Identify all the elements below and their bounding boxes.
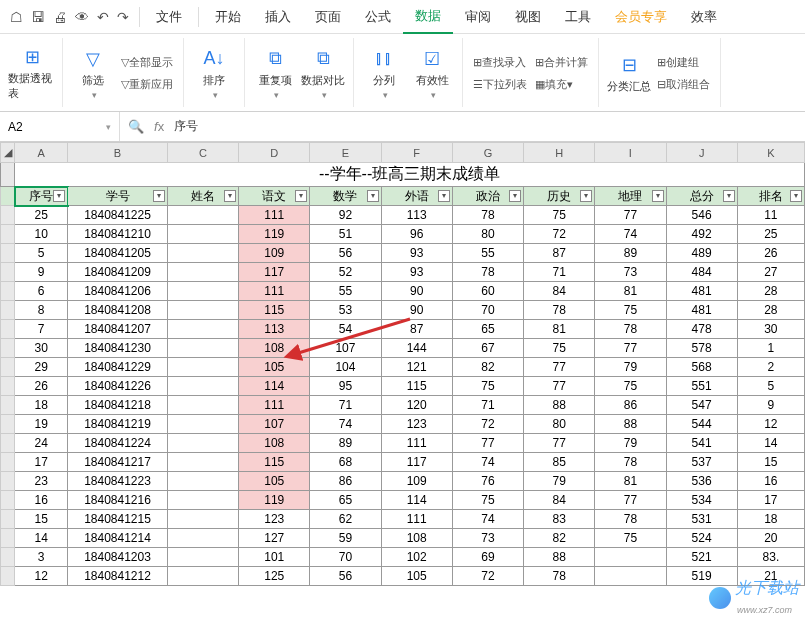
cell[interactable]: 19 [15, 415, 68, 434]
menu-start[interactable]: 开始 [203, 0, 253, 34]
cell[interactable] [167, 244, 238, 263]
cell[interactable]: 119 [239, 225, 310, 244]
cell[interactable]: 108 [381, 529, 452, 548]
cell[interactable]: 74 [595, 225, 666, 244]
cell[interactable]: 492 [666, 225, 737, 244]
cell[interactable]: 75 [595, 529, 666, 548]
filter-icon[interactable]: ▾ [367, 190, 379, 202]
hdr-chinese[interactable]: 语文▾ [239, 187, 310, 206]
cell[interactable]: 88 [595, 415, 666, 434]
cell[interactable]: 1840841203 [68, 548, 168, 567]
cell[interactable] [167, 377, 238, 396]
cell[interactable]: 89 [595, 244, 666, 263]
filter-icon[interactable]: ▾ [438, 190, 450, 202]
cell[interactable]: 96 [381, 225, 452, 244]
cell[interactable]: 1840841230 [68, 339, 168, 358]
cell[interactable]: 478 [666, 320, 737, 339]
cell[interactable]: 29 [15, 358, 68, 377]
home-icon[interactable]: ☖ [10, 9, 23, 25]
cell[interactable]: 18 [737, 510, 804, 529]
cell[interactable]: 80 [524, 415, 595, 434]
cell[interactable]: 65 [310, 491, 381, 510]
cell[interactable]: 113 [381, 206, 452, 225]
cell[interactable]: 27 [737, 263, 804, 282]
cell[interactable]: 1840841224 [68, 434, 168, 453]
menu-efficiency[interactable]: 效率 [679, 0, 729, 34]
cell[interactable]: 12 [15, 567, 68, 586]
cell[interactable]: 59 [310, 529, 381, 548]
cell[interactable]: 86 [310, 472, 381, 491]
formula-input[interactable]: 序号 [174, 118, 198, 135]
fx-icon[interactable]: fx [154, 119, 164, 134]
cell[interactable]: 76 [452, 472, 523, 491]
print-icon[interactable]: 🖨 [53, 9, 67, 25]
cell[interactable]: 54 [310, 320, 381, 339]
cell[interactable] [167, 282, 238, 301]
cell[interactable]: 1840841205 [68, 244, 168, 263]
cell[interactable]: 102 [381, 548, 452, 567]
lookup-button[interactable]: ⊞ 查找录入 [469, 51, 531, 73]
cell[interactable]: 78 [595, 510, 666, 529]
filter-icon[interactable]: ▾ [723, 190, 735, 202]
cell[interactable]: 77 [595, 206, 666, 225]
cell[interactable]: 1840841214 [68, 529, 168, 548]
cell[interactable]: 534 [666, 491, 737, 510]
cell[interactable]: 531 [666, 510, 737, 529]
save-icon[interactable]: 🖫 [31, 9, 45, 25]
cell[interactable]: 521 [666, 548, 737, 567]
search-icon[interactable]: 🔍 [128, 119, 144, 134]
col-A[interactable]: A [15, 143, 68, 163]
cell[interactable]: 80 [452, 225, 523, 244]
cell[interactable]: 111 [239, 282, 310, 301]
cell[interactable]: 1840841219 [68, 415, 168, 434]
create-group-button[interactable]: ⊞ 创建组 [653, 51, 714, 73]
cell[interactable]: 84 [524, 282, 595, 301]
cell[interactable]: 9 [15, 263, 68, 282]
col-G[interactable]: G [452, 143, 523, 163]
hdr-id[interactable]: 学号▾ [68, 187, 168, 206]
cell[interactable]: 481 [666, 282, 737, 301]
filter-icon[interactable]: ▾ [295, 190, 307, 202]
menu-formula[interactable]: 公式 [353, 0, 403, 34]
cell[interactable]: 111 [239, 396, 310, 415]
cell[interactable]: 62 [310, 510, 381, 529]
cell[interactable]: 1840841226 [68, 377, 168, 396]
cell[interactable]: 536 [666, 472, 737, 491]
cell[interactable]: 95 [310, 377, 381, 396]
menu-data[interactable]: 数据 [403, 0, 453, 34]
cell[interactable]: 77 [452, 434, 523, 453]
cell[interactable]: 109 [239, 244, 310, 263]
cell[interactable]: 82 [524, 529, 595, 548]
cell[interactable]: 77 [524, 377, 595, 396]
cell[interactable]: 1840841225 [68, 206, 168, 225]
cell[interactable]: 77 [524, 358, 595, 377]
cell[interactable]: 3 [15, 548, 68, 567]
cell[interactable]: 30 [737, 320, 804, 339]
cell[interactable]: 15 [15, 510, 68, 529]
reapply-button[interactable]: ▽ 重新应用 [117, 73, 177, 95]
cell[interactable]: 8 [15, 301, 68, 320]
cell[interactable]: 72 [452, 415, 523, 434]
cell[interactable]: 119 [239, 491, 310, 510]
compare-button[interactable]: ⧉ 数据对比 [299, 38, 347, 108]
cell[interactable]: 56 [310, 567, 381, 586]
ungroup-button[interactable]: ⊟ 取消组合 [653, 73, 714, 95]
cell[interactable]: 1840841209 [68, 263, 168, 282]
cell[interactable]: 77 [524, 434, 595, 453]
cell[interactable]: 5 [737, 377, 804, 396]
col-J[interactable]: J [666, 143, 737, 163]
col-E[interactable]: E [310, 143, 381, 163]
cell[interactable]: 111 [239, 206, 310, 225]
cell[interactable]: 71 [310, 396, 381, 415]
col-K[interactable]: K [737, 143, 804, 163]
cell[interactable]: 104 [310, 358, 381, 377]
undo-icon[interactable]: ↶ [97, 9, 109, 25]
cell[interactable]: 11 [737, 206, 804, 225]
cell[interactable] [167, 491, 238, 510]
cell[interactable]: 68 [310, 453, 381, 472]
cell[interactable]: 73 [452, 529, 523, 548]
fill-button[interactable]: ▦ 填充 ▾ [531, 73, 592, 95]
name-box[interactable]: A2 ▾ [0, 112, 120, 141]
cell[interactable] [167, 453, 238, 472]
spreadsheet-grid[interactable]: ◢ A B C D E F G H I J K --学年--班高三期末成绩单 序… [0, 142, 805, 623]
